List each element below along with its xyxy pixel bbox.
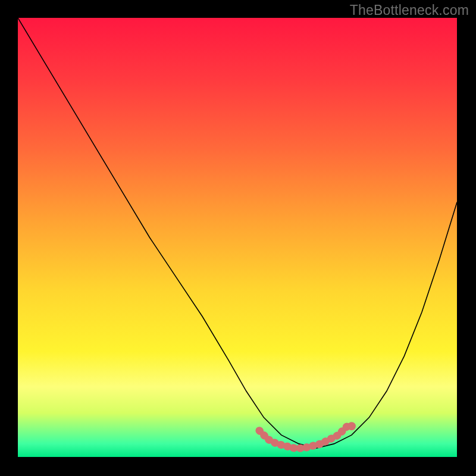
curve-path: [18, 18, 457, 448]
chart-plot-area: [18, 18, 457, 457]
chart-frame: TheBottleneck.com: [0, 0, 476, 476]
watermark-text: TheBottleneck.com: [350, 2, 469, 18]
bottleneck-curve: [18, 18, 457, 457]
highlight-dot: [347, 422, 356, 430]
